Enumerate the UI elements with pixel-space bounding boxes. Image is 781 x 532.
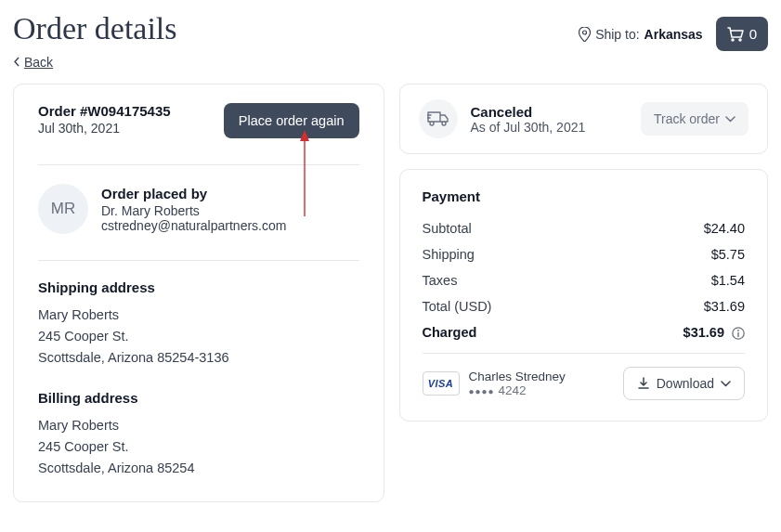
track-order-button[interactable]: Track order [641, 102, 748, 136]
download-button[interactable]: Download [623, 367, 745, 400]
order-meta: Order #W094175435 Jul 30th, 2021 [38, 103, 171, 136]
billing-name: Mary Roberts [38, 415, 359, 436]
svg-rect-4 [737, 332, 738, 337]
chevron-left-icon [13, 57, 20, 67]
addresses-section: Shipping address Mary Roberts 245 Cooper… [38, 279, 359, 479]
placed-by-heading: Order placed by [101, 186, 286, 201]
billing-address-block: Billing address Mary Roberts 245 Cooper … [38, 390, 359, 480]
charged-label: Charged [423, 325, 477, 340]
subtotal-label: Subtotal [423, 221, 472, 236]
download-icon [637, 377, 650, 390]
ship-to[interactable]: Ship to: Arkansas [579, 27, 703, 42]
right-column: Canceled As of Jul 30th, 2021 Track orde… [399, 84, 769, 422]
placed-by-section: MR Order placed by Dr. Mary Roberts cstr… [38, 184, 359, 234]
cc-text: Charles Stredney ●●●● 4242 [469, 370, 566, 397]
shipping-value: $5.75 [711, 247, 745, 262]
shipping-address-block: Shipping address Mary Roberts 245 Cooper… [38, 279, 359, 370]
payment-heading: Payment [423, 188, 746, 204]
charged-row: Charged $31.69 [423, 325, 746, 340]
svg-point-3 [737, 330, 739, 331]
location-pin-icon [579, 27, 591, 42]
main-columns: Order #W094175435 Jul 30th, 2021 Place o… [13, 84, 768, 502]
back-link[interactable]: Back [13, 55, 53, 70]
avatar: MR [38, 184, 88, 234]
billing-line2: Scottsdale, Arizona 85254 [38, 458, 359, 479]
divider [38, 260, 359, 261]
order-status-card: Canceled As of Jul 30th, 2021 Track orde… [399, 84, 769, 154]
divider [38, 164, 359, 165]
taxes-label: Taxes [423, 273, 458, 288]
status-left: Canceled As of Jul 30th, 2021 [419, 99, 586, 138]
card-masked: ●●●● 4242 [469, 383, 566, 397]
info-icon[interactable] [732, 327, 745, 340]
order-number: Order #W094175435 [38, 103, 171, 119]
page-title: Order details [13, 11, 177, 46]
placed-by-email: cstredney@naturalpartners.com [101, 218, 286, 233]
taxes-row: Taxes $1.54 [423, 273, 746, 288]
taxes-value: $1.54 [711, 273, 745, 288]
order-header-row: Order #W094175435 Jul 30th, 2021 Place o… [38, 103, 359, 138]
shipping-truck-icon [419, 99, 458, 138]
left-column: Order #W094175435 Jul 30th, 2021 Place o… [13, 84, 384, 502]
shipping-line2: Scottsdale, Arizona 85254-3136 [38, 347, 359, 369]
payment-bottom-row: VISA Charles Stredney ●●●● 4242 Download [423, 367, 746, 400]
total-row: Total (USD) $31.69 [423, 299, 746, 314]
placed-by-name: Dr. Mary Roberts [101, 203, 286, 218]
shipping-name: Mary Roberts [38, 305, 359, 326]
chevron-down-icon [721, 381, 731, 387]
visa-badge: VISA [423, 371, 460, 396]
placed-by-text: Order placed by Dr. Mary Roberts cstredn… [101, 186, 286, 233]
chevron-down-icon [725, 116, 735, 123]
header-right: Ship to: Arkansas 0 [579, 17, 768, 51]
billing-line1: 245 Cooper St. [38, 436, 359, 458]
order-card: Order #W094175435 Jul 30th, 2021 Place o… [13, 84, 384, 502]
cart-count: 0 [749, 26, 757, 42]
shipping-label: Shipping [423, 247, 475, 262]
download-label: Download [657, 376, 714, 391]
track-order-label: Track order [654, 111, 720, 126]
card-last4: 4242 [498, 383, 526, 397]
shipping-row: Shipping $5.75 [423, 247, 746, 262]
card-holder: Charles Stredney [469, 370, 566, 383]
charged-value-wrap: $31.69 [683, 325, 745, 340]
total-value: $31.69 [704, 299, 745, 314]
cart-icon [727, 27, 744, 42]
order-date: Jul 30th, 2021 [38, 121, 171, 136]
total-label: Total (USD) [423, 299, 492, 314]
page-header: Order details Back Ship to: Arkansas 0 [13, 11, 768, 71]
ship-to-prefix: Ship to: [595, 27, 639, 42]
subtotal-value: $24.40 [704, 221, 745, 236]
status-title: Canceled [471, 104, 586, 120]
payment-card: Payment Subtotal $24.40 Shipping $5.75 T… [399, 169, 769, 422]
subtotal-row: Subtotal $24.40 [423, 221, 746, 236]
header-left: Order details Back [13, 11, 177, 71]
status-subtitle: As of Jul 30th, 2021 [471, 120, 586, 135]
charged-value: $31.69 [683, 325, 724, 340]
back-link-label: Back [24, 55, 53, 70]
divider [423, 353, 746, 354]
shipping-line1: 245 Cooper St. [38, 326, 359, 347]
ship-to-location: Arkansas [644, 27, 703, 42]
shipping-address-heading: Shipping address [38, 279, 359, 295]
place-order-again-button[interactable]: Place order again [224, 103, 359, 138]
billing-address-heading: Billing address [38, 390, 359, 406]
status-text: Canceled As of Jul 30th, 2021 [471, 104, 586, 135]
credit-card-info: VISA Charles Stredney ●●●● 4242 [423, 370, 566, 397]
cart-button[interactable]: 0 [716, 17, 768, 51]
